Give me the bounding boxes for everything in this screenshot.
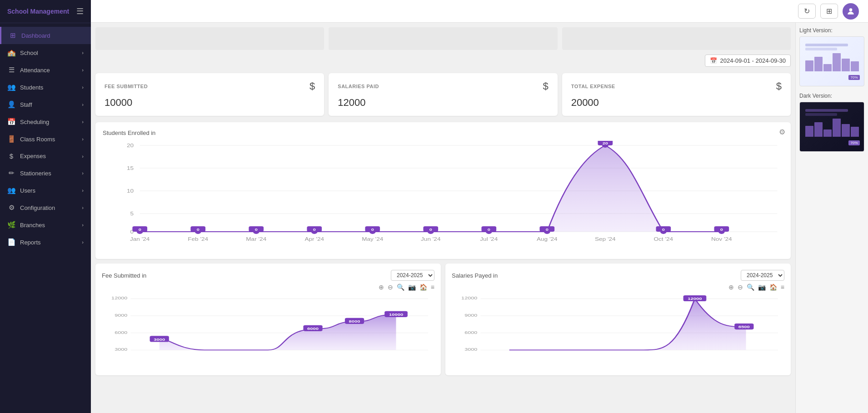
svg-point-0 [849, 8, 853, 11]
salary-area [509, 299, 746, 350]
fee-year-select[interactable]: 2024-2025 2023-2024 [391, 270, 434, 281]
sidebar-item-dashboard[interactable]: ⊞ Dashboard [0, 27, 91, 44]
svg-text:6000: 6000 [464, 330, 477, 334]
svg-text:Sep '24: Sep '24 [595, 237, 616, 242]
sidebar-item-users[interactable]: 👥 Users › [0, 182, 91, 199]
sidebar-item-branches[interactable]: 🌿 Branches › [0, 216, 91, 234]
expense-card-header: TOTAL EXPENSE $ [571, 80, 782, 92]
salary-zoom-in-icon[interactable]: ⊕ [728, 284, 734, 291]
fee-dollar-icon: $ [309, 80, 315, 92]
sidebar-item-classrooms[interactable]: 🚪 Class Rooms › [0, 130, 91, 148]
sidebar-item-students[interactable]: 👥 Students › [0, 79, 91, 96]
salary-zoom-out-icon[interactable]: ⊖ [738, 284, 743, 291]
svg-text:6000: 6000 [307, 327, 319, 331]
svg-text:0: 0 [139, 227, 141, 231]
salaries-paid-card: SALARIES PAID $ 12000 [329, 73, 557, 116]
fee-chart-svg: 12000 9000 6000 3000 [102, 294, 434, 367]
light-version-preview[interactable]: 70% [799, 36, 864, 86]
menu-icon[interactable]: ≡ [431, 284, 434, 291]
camera-icon[interactable]: 📷 [408, 284, 416, 291]
light-version-label: Light Version: [799, 27, 864, 34]
nav-arrow-school: › [82, 50, 84, 55]
sidebar-item-reports[interactable]: 📄 Reports › [0, 234, 91, 251]
date-filter-row: 📅 2024-09-01 - 2024-09-30 [95, 55, 791, 67]
nav-arrow-expenses: › [82, 154, 84, 159]
svg-text:6000: 6000 [115, 330, 127, 334]
nav-label-stationeries: Stationeries [20, 170, 51, 177]
dark-version-label: Dark Version: [799, 93, 864, 99]
expense-dollar-icon: $ [776, 80, 782, 92]
svg-text:3000: 3000 [464, 347, 477, 351]
svg-text:3000: 3000 [154, 338, 165, 342]
nav-label-students: Students [20, 84, 43, 91]
svg-text:10000: 10000 [389, 313, 403, 317]
nav-icon-classrooms: 🚪 [7, 135, 15, 143]
nav-icon-reports: 📄 [7, 238, 15, 246]
dark-preview-content: 70% [803, 106, 862, 147]
expense-card-value: 20000 [571, 97, 782, 109]
top-placeholder-row [95, 27, 791, 50]
svg-text:Nov '24: Nov '24 [711, 237, 732, 242]
sidebar: School Management ☰ ⊞ Dashboard 🏫 School… [0, 0, 91, 413]
search-icon[interactable]: 🔍 [397, 284, 404, 291]
calendar-icon: 📅 [710, 57, 717, 64]
home-icon[interactable]: 🏠 [419, 284, 427, 291]
sidebar-item-configuration[interactable]: ⚙ Configuration › [0, 199, 91, 216]
nav-arrow-users: › [82, 188, 84, 193]
calculator-button[interactable]: ⊞ [820, 4, 838, 19]
sidebar-item-expenses[interactable]: $ Expenses › [0, 148, 91, 164]
nav-label-scheduling: Scheduling [20, 119, 49, 125]
svg-text:Jun '24: Jun '24 [421, 237, 441, 242]
zoom-in-icon[interactable]: ⊕ [379, 284, 384, 291]
enrollment-chart-svg: 20 15 10 5 0 [103, 141, 783, 250]
nav-label-configuration: Configuration [20, 204, 55, 211]
salary-camera-icon[interactable]: 📷 [758, 284, 766, 291]
hamburger-icon[interactable]: ☰ [76, 6, 84, 16]
nav-icon-users: 👥 [7, 186, 15, 194]
salaries-dollar-icon: $ [543, 80, 548, 92]
sidebar-item-stationeries[interactable]: ✏ Stationeries › [0, 164, 91, 182]
sidebar-item-attendance[interactable]: ☰ Attendance › [0, 61, 91, 79]
zoom-out-icon[interactable]: ⊖ [388, 284, 393, 291]
salaries-card-value: 12000 [338, 97, 548, 109]
sidebar-item-staff[interactable]: 👤 Staff › [0, 96, 91, 113]
light-preview-content: 70% [803, 41, 862, 82]
fee-card-value: 10000 [105, 97, 315, 109]
fee-chart-title: Fee Submitted in [102, 272, 146, 279]
salary-search-icon[interactable]: 🔍 [747, 284, 754, 291]
svg-text:Feb '24: Feb '24 [188, 237, 208, 242]
date-filter-button[interactable]: 📅 2024-09-01 - 2024-09-30 [705, 55, 791, 67]
main-content: 📅 2024-09-01 - 2024-09-30 FEE SUBMITTED … [91, 23, 795, 413]
dark-version-preview[interactable]: 70% [799, 102, 864, 152]
nav-label-dashboard: Dashboard [21, 32, 50, 39]
nav-label-staff: Staff [20, 101, 32, 108]
refresh-button[interactable]: ↻ [798, 4, 816, 19]
topbar-right: ↻ ⊞ [798, 3, 859, 20]
nav-icon-expenses: $ [7, 152, 15, 160]
fee-chart-header: Fee Submitted in 2024-2025 2023-2024 [102, 270, 434, 281]
nav-icon-staff: 👤 [7, 100, 15, 109]
fee-card-title: FEE SUBMITTED [105, 84, 148, 89]
sidebar-item-school[interactable]: 🏫 School › [0, 44, 91, 61]
nav-label-reports: Reports [20, 239, 41, 246]
svg-text:20: 20 [127, 143, 134, 149]
svg-text:0: 0 [255, 227, 258, 231]
sidebar-item-scheduling[interactable]: 📅 Scheduling › [0, 113, 91, 130]
nav-arrow-attendance: › [82, 67, 84, 73]
nav-label-users: Users [20, 187, 35, 194]
salaries-card-header: SALARIES PAID $ [338, 80, 548, 92]
nav-arrow-classrooms: › [82, 136, 84, 142]
svg-text:20: 20 [603, 141, 608, 145]
chart-gear-button[interactable]: ⚙ [779, 128, 785, 136]
salary-year-select[interactable]: 2024-2025 2023-2024 [741, 270, 784, 281]
svg-text:Aug '24: Aug '24 [537, 237, 558, 242]
svg-text:12000: 12000 [111, 296, 127, 300]
salary-menu-icon[interactable]: ≡ [781, 284, 784, 291]
nav-arrow-configuration: › [82, 205, 84, 210]
total-expense-card: TOTAL EXPENSE $ 20000 [562, 73, 791, 116]
svg-text:0: 0 [371, 227, 374, 231]
user-avatar[interactable] [843, 3, 859, 20]
svg-text:Mar '24: Mar '24 [246, 237, 266, 242]
salary-home-icon[interactable]: 🏠 [769, 284, 777, 291]
salary-chart-header: Salaries Payed in 2024-2025 2023-2024 [452, 270, 784, 281]
